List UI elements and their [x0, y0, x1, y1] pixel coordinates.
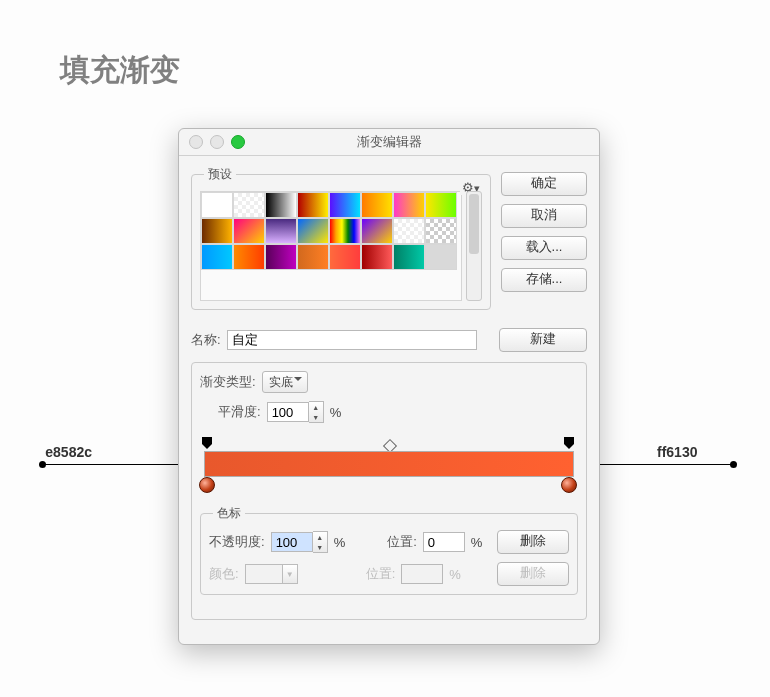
name-input[interactable] — [227, 330, 477, 350]
delete-opacity-stop-button[interactable]: 删除 — [497, 530, 569, 554]
preset-swatch[interactable] — [393, 244, 425, 270]
window-titlebar[interactable]: 渐变编辑器 — [179, 129, 599, 156]
preset-swatch[interactable] — [393, 218, 425, 244]
preset-swatch[interactable] — [201, 192, 233, 218]
annotation-left-label: e8582c — [45, 444, 92, 460]
preset-scrollbar[interactable] — [466, 191, 482, 301]
gradient-preview-bar[interactable] — [204, 451, 574, 477]
preset-swatch[interactable] — [265, 192, 297, 218]
annotation-right-label: ff6130 — [657, 444, 697, 460]
gradient-editor-dialog: 渐变编辑器 预设 ⚙▾ 确定 取消 载入... — [178, 128, 600, 645]
preset-swatch[interactable] — [233, 218, 265, 244]
opacity-input[interactable] — [271, 532, 313, 552]
percent-sign: % — [330, 405, 342, 420]
preset-swatch[interactable] — [425, 244, 457, 270]
color-swatch-dropdown-icon: ▼ — [283, 564, 298, 584]
presets-group: 预设 ⚙▾ — [191, 166, 491, 310]
preset-swatch[interactable] — [361, 244, 393, 270]
color-label: 颜色: — [209, 565, 239, 583]
preset-swatch[interactable] — [201, 244, 233, 270]
preset-swatch[interactable] — [329, 192, 361, 218]
percent-sign: % — [334, 535, 346, 550]
smoothness-input[interactable] — [267, 402, 309, 422]
position2-label: 位置: — [366, 565, 396, 583]
opacity-stop-right[interactable] — [564, 437, 574, 447]
smoothness-step-down[interactable]: ▼ — [309, 412, 323, 422]
color-swatch-picker: ▼ — [245, 564, 298, 584]
preset-swatch[interactable] — [265, 244, 297, 270]
save-button[interactable]: 存储... — [501, 268, 587, 292]
load-button[interactable]: 载入... — [501, 236, 587, 260]
color-stop-left[interactable] — [199, 477, 215, 493]
window-title: 渐变编辑器 — [179, 133, 599, 151]
page-title: 填充渐变 — [60, 50, 180, 91]
opacity-label: 不透明度: — [209, 533, 265, 551]
preset-swatch[interactable] — [201, 218, 233, 244]
preset-swatch[interactable] — [265, 218, 297, 244]
opacity-step-down[interactable]: ▼ — [313, 542, 327, 552]
smoothness-step-up[interactable]: ▲ — [309, 402, 323, 412]
position-input[interactable] — [423, 532, 465, 552]
presets-legend: 预设 — [204, 166, 236, 183]
scrollbar-thumb[interactable] — [469, 194, 479, 254]
swatch-settings-group: 色标 不透明度: ▲▼ % 位置: % 删除 — [200, 505, 578, 595]
new-button[interactable]: 新建 — [499, 328, 587, 352]
position-label: 位置: — [387, 533, 417, 551]
preset-swatch[interactable] — [361, 218, 393, 244]
gradient-type-label: 渐变类型: — [200, 373, 256, 391]
cancel-button[interactable]: 取消 — [501, 204, 587, 228]
preset-swatch[interactable] — [361, 192, 393, 218]
swatch-legend: 色标 — [213, 505, 245, 522]
name-label: 名称: — [191, 331, 221, 349]
preset-swatch[interactable] — [233, 192, 265, 218]
gradient-settings-group: 渐变类型: 实底 平滑度: ▲▼ % — [191, 362, 587, 620]
percent-sign: % — [471, 535, 483, 550]
gradient-editor[interactable] — [200, 437, 578, 485]
preset-swatch[interactable] — [329, 244, 361, 270]
preset-grid[interactable] — [200, 191, 462, 301]
opacity-step-up[interactable]: ▲ — [313, 532, 327, 542]
color-stop-right[interactable] — [561, 477, 577, 493]
annotation-left: e8582c — [42, 464, 192, 465]
preset-swatch[interactable] — [297, 218, 329, 244]
smoothness-label: 平滑度: — [218, 403, 261, 421]
preset-swatch[interactable] — [425, 192, 457, 218]
ok-button[interactable]: 确定 — [501, 172, 587, 196]
color-swatch — [245, 564, 283, 584]
preset-swatch[interactable] — [233, 244, 265, 270]
preset-swatch[interactable] — [297, 192, 329, 218]
preset-swatch[interactable] — [425, 218, 457, 244]
preset-swatch[interactable] — [329, 218, 361, 244]
gradient-type-select[interactable]: 实底 — [262, 371, 308, 393]
preset-swatch[interactable] — [297, 244, 329, 270]
position2-input — [401, 564, 443, 584]
preset-swatch[interactable] — [393, 192, 425, 218]
percent-sign: % — [449, 567, 461, 582]
opacity-stop-left[interactable] — [202, 437, 212, 447]
delete-color-stop-button: 删除 — [497, 562, 569, 586]
